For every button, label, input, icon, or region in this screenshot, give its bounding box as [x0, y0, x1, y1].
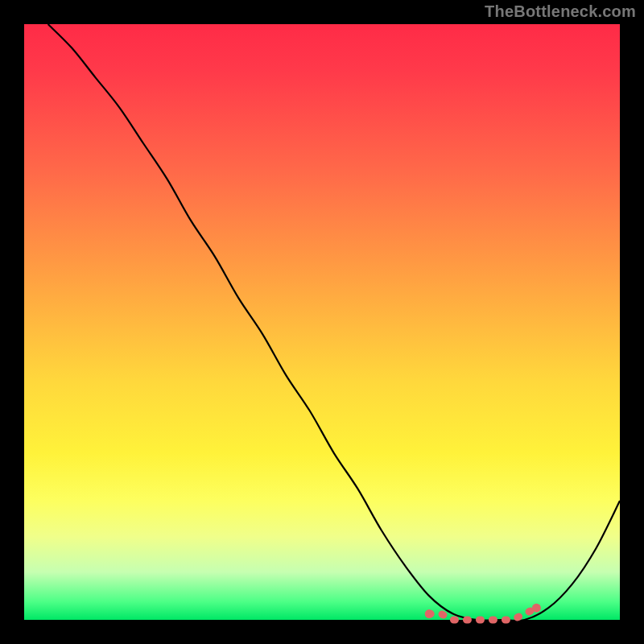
optimal-range-markers: [425, 604, 541, 620]
watermark-text: TheBottleneck.com: [485, 2, 636, 21]
curve-line: [48, 24, 620, 621]
optimal-range-end-icon: [425, 609, 434, 618]
chart-svg: [24, 24, 620, 620]
bottleneck-curve: [48, 24, 620, 621]
chart-frame: TheBottleneck.com: [0, 0, 644, 644]
plot-area: [24, 24, 620, 620]
optimal-range-end-icon: [532, 604, 541, 613]
